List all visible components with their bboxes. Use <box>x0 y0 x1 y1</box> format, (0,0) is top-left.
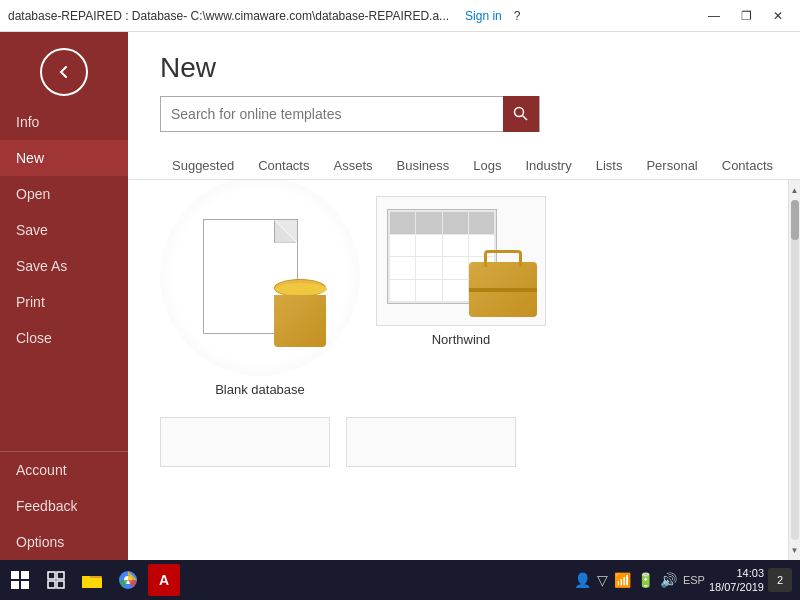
category-tabs: Suggested Contacts Assets Business Logs … <box>128 152 800 180</box>
page-title: New <box>160 52 768 84</box>
svg-rect-5 <box>21 581 29 589</box>
partial-card-1[interactable] <box>160 417 330 467</box>
sidebar: Info New Open Save Save As Print Close A… <box>0 32 128 560</box>
northwind-thumb <box>376 196 546 326</box>
sidebar-item-feedback[interactable]: Feedback <box>0 488 128 524</box>
briefcase-line <box>469 288 537 292</box>
cylinder-top-inner <box>275 283 327 295</box>
svg-rect-4 <box>11 581 19 589</box>
cell <box>443 235 468 257</box>
network-icon[interactable]: ▽ <box>597 572 608 588</box>
tab-contacts2[interactable]: Contacts <box>710 152 785 179</box>
help-button[interactable]: ? <box>514 9 521 23</box>
time-display: 14:03 <box>709 566 764 580</box>
tab-contacts[interactable]: Contacts <box>246 152 321 179</box>
tab-industry[interactable]: Industry <box>513 152 583 179</box>
scrollbar[interactable]: ▲ ▼ <box>788 180 800 560</box>
title-bar: database-REPAIRED : Database- C:\www.cim… <box>0 0 800 32</box>
access-app-button[interactable]: A <box>148 564 180 596</box>
taskbar: A 👤 ▽ 📶 🔋 🔊 ESP 14:03 18/07/2019 2 <box>0 560 800 600</box>
sidebar-item-info[interactable]: Info <box>0 104 128 140</box>
wifi-icon[interactable]: 📶 <box>614 572 631 588</box>
database-cylinder-icon <box>274 279 326 347</box>
partial-card-2[interactable] <box>346 417 516 467</box>
task-view-button[interactable] <box>40 564 72 596</box>
minimize-button[interactable]: — <box>700 2 728 30</box>
language-label: ESP <box>683 574 705 586</box>
file-explorer-button[interactable] <box>76 564 108 596</box>
svg-rect-9 <box>57 581 64 588</box>
notification-button[interactable]: 2 <box>768 568 792 592</box>
start-button[interactable] <box>4 564 36 596</box>
cell <box>390 280 415 302</box>
cell <box>416 280 441 302</box>
northwind-icon <box>377 197 545 325</box>
main-content: New Suggested Contacts Assets Business L… <box>128 32 800 560</box>
chrome-button[interactable] <box>112 564 144 596</box>
search-input[interactable] <box>161 106 503 122</box>
scroll-up-arrow[interactable]: ▲ <box>789 182 801 198</box>
cell <box>416 257 441 279</box>
template-label-blank: Blank database <box>215 382 305 397</box>
sidebar-item-account[interactable]: Account <box>0 452 128 488</box>
cell <box>416 235 441 257</box>
svg-rect-8 <box>48 581 55 588</box>
sidebar-item-save[interactable]: Save <box>0 212 128 248</box>
date-display: 18/07/2019 <box>709 580 764 594</box>
blank-database-thumb <box>190 204 330 349</box>
cell <box>443 212 468 234</box>
cylinder-body <box>274 295 326 347</box>
templates-grid: Blank database <box>128 180 788 560</box>
search-bar <box>160 96 540 132</box>
templates-area: Blank database <box>128 180 800 560</box>
template-label-northwind: Northwind <box>432 332 491 347</box>
close-button[interactable]: ✕ <box>764 2 792 30</box>
tab-lists[interactable]: Lists <box>584 152 635 179</box>
cell <box>390 257 415 279</box>
svg-line-1 <box>523 116 528 121</box>
tab-logs[interactable]: Logs <box>461 152 513 179</box>
title-bar-text: database-REPAIRED : Database- C:\www.cim… <box>8 9 449 23</box>
sidebar-bottom: Account Feedback Options <box>0 451 128 560</box>
cell <box>416 212 441 234</box>
cylinder-top <box>274 279 326 297</box>
cell <box>390 212 415 234</box>
taskbar-time[interactable]: 14:03 18/07/2019 <box>709 566 764 595</box>
template-card-blank[interactable]: Blank database <box>160 196 360 397</box>
sidebar-spacer <box>0 356 128 451</box>
tab-business[interactable]: Business <box>385 152 462 179</box>
volume-icon[interactable]: 🔊 <box>660 572 677 588</box>
title-bar-controls: — ❐ ✕ <box>700 2 792 30</box>
sidebar-item-open[interactable]: Open <box>0 176 128 212</box>
svg-rect-3 <box>21 571 29 579</box>
tab-suggested[interactable]: Suggested <box>160 152 246 179</box>
access-icon: A <box>148 564 180 596</box>
tab-personal[interactable]: Personal <box>634 152 709 179</box>
search-button[interactable] <box>503 96 539 132</box>
scroll-track <box>791 200 799 540</box>
taskbar-sys-icons: 👤 ▽ 📶 🔋 🔊 ESP <box>574 572 705 588</box>
scroll-down-arrow[interactable]: ▼ <box>789 542 801 558</box>
cell <box>443 280 468 302</box>
taskbar-right: 👤 ▽ 📶 🔋 🔊 ESP 14:03 18/07/2019 2 <box>574 566 796 595</box>
sidebar-item-new[interactable]: New <box>0 140 128 176</box>
cell <box>469 212 494 234</box>
maximize-button[interactable]: ❐ <box>732 2 760 30</box>
sidebar-item-options[interactable]: Options <box>0 524 128 560</box>
cell <box>443 257 468 279</box>
sidebar-item-save-as[interactable]: Save As <box>0 248 128 284</box>
sidebar-item-close[interactable]: Close <box>0 320 128 356</box>
spotlight-effect <box>160 180 360 376</box>
scroll-thumb[interactable] <box>791 200 799 240</box>
battery-icon[interactable]: 🔋 <box>637 572 654 588</box>
cell <box>390 235 415 257</box>
template-card-northwind[interactable]: Northwind <box>376 196 546 397</box>
partial-row <box>160 417 756 467</box>
briefcase-icon <box>469 262 537 317</box>
people-icon[interactable]: 👤 <box>574 572 591 588</box>
back-button[interactable] <box>40 48 88 96</box>
app-container: Info New Open Save Save As Print Close A… <box>0 32 800 560</box>
sidebar-item-print[interactable]: Print <box>0 284 128 320</box>
tab-assets[interactable]: Assets <box>321 152 384 179</box>
sign-in-link[interactable]: Sign in <box>465 9 502 23</box>
